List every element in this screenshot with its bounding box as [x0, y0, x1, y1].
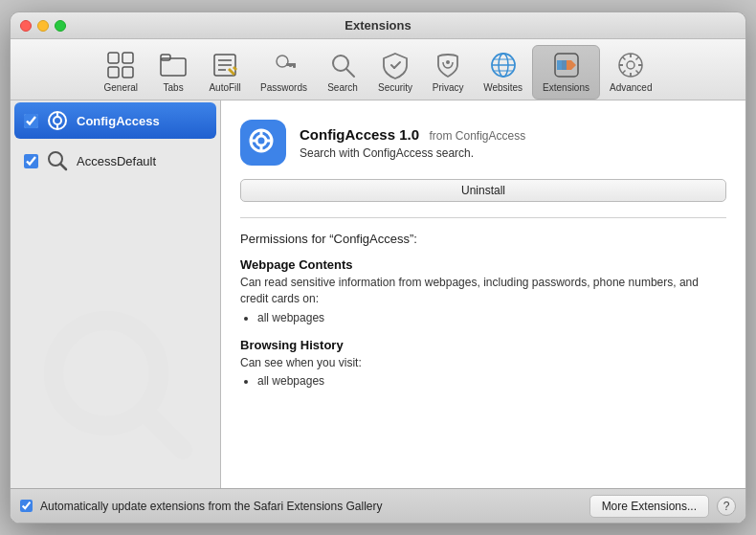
extensions-icon	[551, 50, 582, 80]
websites-label: Websites	[483, 82, 523, 93]
main-window: Extensions General Ta	[10, 11, 746, 524]
svg-rect-12	[293, 63, 296, 68]
ext-header: ConfigAccess 1.0 from ConfigAccess Searc…	[240, 120, 726, 166]
accessdefault-checkbox[interactable]	[24, 154, 38, 168]
svg-rect-5	[161, 55, 170, 60]
close-button[interactable]	[20, 20, 32, 32]
divider	[240, 217, 726, 218]
permission-list-browsing: all webpages	[257, 374, 726, 388]
sidebar-watermark	[11, 306, 220, 459]
toolbar: General Tabs	[11, 39, 745, 100]
search-label: Search	[327, 82, 358, 93]
toolbar-item-tabs[interactable]: Tabs	[147, 46, 199, 99]
svg-point-26	[627, 61, 634, 69]
traffic-lights	[20, 20, 66, 32]
ext-description: Search with ConfigAccess search.	[300, 146, 525, 160]
ext-from: ConfigAccess	[456, 129, 525, 143]
permission-list-item-browsing: all webpages	[257, 374, 726, 388]
configaccess-checkbox[interactable]	[24, 114, 38, 128]
auto-update-label: Automatically update extensions from the…	[40, 500, 582, 513]
ext-info: ConfigAccess 1.0 from ConfigAccess Searc…	[300, 126, 525, 160]
autofill-label: AutoFill	[209, 82, 240, 93]
permission-desc-webpage: Can read sensitive information from webp…	[240, 275, 726, 307]
svg-point-44	[256, 136, 266, 145]
title-bar: Extensions	[11, 12, 745, 39]
svg-point-41	[54, 321, 159, 426]
security-label: Security	[378, 82, 412, 93]
toolbar-item-autofill[interactable]: AutoFill	[199, 46, 251, 99]
toolbar-item-websites[interactable]: Websites	[474, 46, 532, 99]
uninstall-button[interactable]: Uninstall	[240, 179, 726, 202]
configaccess-label: ConfigAccess	[77, 114, 160, 128]
tabs-label: Tabs	[164, 82, 184, 93]
svg-rect-13	[289, 63, 292, 67]
permission-desc-browsing: Can see when you visit:	[240, 355, 726, 371]
main-content: ConfigAccess AccessDefault	[11, 100, 745, 488]
ext-title-line: ConfigAccess 1.0 from ConfigAccess	[300, 126, 525, 144]
privacy-label: Privacy	[433, 82, 464, 93]
help-button[interactable]: ?	[717, 497, 736, 516]
toolbar-item-privacy[interactable]: Privacy	[422, 46, 474, 99]
svg-line-17	[394, 62, 400, 68]
sidebar-item-configaccess[interactable]: ConfigAccess	[14, 102, 216, 139]
bottom-bar: Automatically update extensions from the…	[11, 488, 745, 523]
security-icon	[380, 50, 411, 80]
svg-point-36	[54, 117, 61, 124]
toolbar-item-search[interactable]: Search	[317, 46, 368, 99]
sidebar-item-accessdefault[interactable]: AccessDefault	[14, 143, 216, 179]
extensions-label: Extensions	[543, 82, 589, 93]
toolbar-item-passwords[interactable]: Passwords	[251, 46, 317, 99]
general-label: General	[104, 82, 139, 93]
svg-line-40	[60, 164, 66, 169]
permission-list-item: all webpages	[257, 311, 726, 324]
sidebar: ConfigAccess AccessDefault	[11, 100, 221, 488]
window-title: Extensions	[345, 18, 411, 33]
svg-rect-3	[122, 67, 133, 78]
more-extensions-button[interactable]: More Extensions...	[589, 495, 709, 518]
toolbar-item-security[interactable]: Security	[368, 46, 422, 99]
auto-update-checkbox[interactable]	[20, 500, 33, 512]
svg-line-31	[623, 57, 626, 60]
ext-app-icon	[240, 120, 286, 166]
ext-from-label: from ConfigAccess	[430, 129, 526, 143]
permission-name-browsing: Browsing History	[240, 338, 726, 352]
svg-line-34	[636, 57, 639, 60]
permission-list-webpage: all webpages	[257, 311, 726, 324]
svg-line-32	[636, 71, 639, 74]
svg-point-18	[446, 60, 450, 64]
permissions-heading: Permissions for “ConfigAccess”:	[240, 232, 726, 246]
configaccess-icon	[46, 109, 69, 132]
permission-browsing-history: Browsing History Can see when you visit:…	[240, 338, 726, 389]
svg-rect-0	[108, 53, 119, 63]
general-icon	[105, 50, 136, 80]
svg-rect-1	[122, 53, 133, 63]
minimize-button[interactable]	[37, 20, 49, 32]
permission-webpage-contents: Webpage Contents Can read sensitive info…	[240, 257, 726, 324]
websites-icon	[488, 50, 519, 80]
svg-line-33	[623, 71, 626, 74]
toolbar-item-advanced[interactable]: Advanced	[600, 46, 661, 99]
detail-panel: ConfigAccess 1.0 from ConfigAccess Searc…	[221, 100, 745, 488]
passwords-icon	[269, 50, 300, 80]
autofill-icon	[210, 50, 240, 80]
search-icon	[327, 50, 358, 80]
advanced-label: Advanced	[610, 82, 652, 93]
svg-rect-2	[108, 67, 119, 78]
advanced-icon	[615, 50, 646, 80]
svg-line-42	[145, 412, 183, 450]
svg-line-15	[346, 69, 354, 77]
toolbar-item-extensions[interactable]: Extensions	[532, 45, 600, 100]
permission-name-webpage: Webpage Contents	[240, 257, 726, 272]
passwords-label: Passwords	[260, 82, 307, 93]
accessdefault-label: AccessDefault	[77, 154, 156, 168]
toolbar-item-general[interactable]: General	[95, 46, 148, 99]
tabs-icon	[158, 50, 189, 80]
privacy-icon	[433, 50, 463, 80]
ext-name: ConfigAccess 1.0	[300, 126, 419, 143]
accessdefault-icon	[46, 149, 69, 172]
maximize-button[interactable]	[55, 20, 66, 32]
